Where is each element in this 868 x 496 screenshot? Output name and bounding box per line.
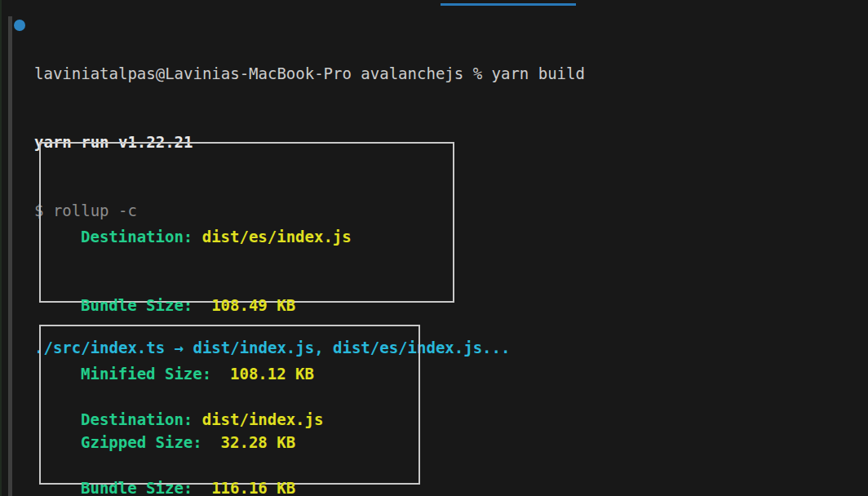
stat-row-bundle-size: Bundle Size: 108.49 KB [81, 294, 453, 317]
terminal-scrollbar[interactable] [8, 16, 12, 496]
stat-label: Destination: [81, 410, 202, 428]
active-tab-indicator [441, 3, 576, 6]
stat-row-bundle-size: Bundle Size: 116.16 KB [81, 476, 418, 496]
bundle-summary-box-cjs: Destination: dist/index.js Bundle Size: … [39, 325, 420, 485]
shell-prompt-line: laviniatalpas@Lavinias-MacBook-Pro avala… [34, 62, 585, 85]
stat-label: Bundle Size: [81, 479, 211, 496]
stat-label: Destination: [81, 228, 202, 246]
command-decoration-icon[interactable] [14, 20, 25, 31]
bundle-summary-box-es: Destination: dist/es/index.js Bundle Siz… [39, 142, 454, 303]
stat-row-destination: Destination: dist/es/index.js [81, 225, 453, 248]
stat-row-destination: Destination: dist/index.js [81, 408, 418, 431]
stat-value: 108.49 KB [211, 296, 295, 314]
stat-value: dist/index.js [202, 410, 324, 428]
terminal-panel[interactable]: laviniatalpas@Lavinias-MacBook-Pro avala… [0, 0, 868, 496]
stat-value: dist/es/index.js [202, 228, 352, 246]
panel-left-edge [0, 0, 2, 496]
stat-value: 116.16 KB [211, 479, 295, 496]
stat-label: Bundle Size: [81, 296, 211, 314]
